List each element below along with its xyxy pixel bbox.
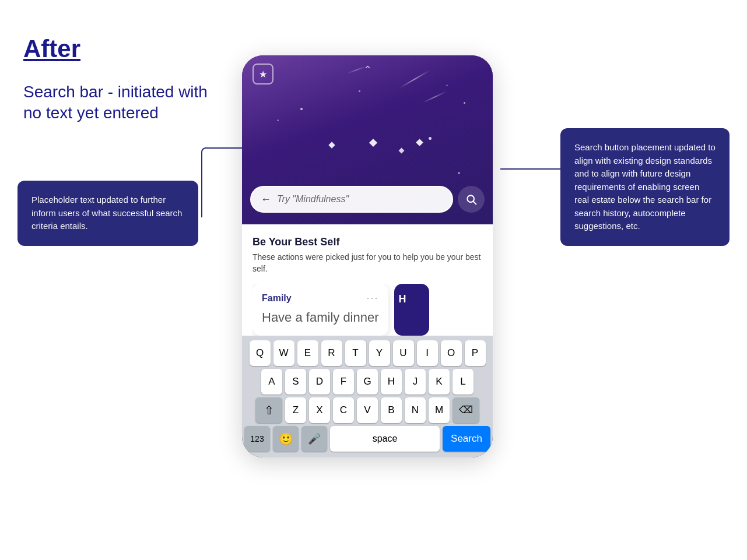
phone-top-area: ⌃ ★ ← Try "M [242, 55, 493, 224]
star-decoration [429, 137, 432, 140]
key-k[interactable]: K [429, 369, 450, 395]
card-options-icon[interactable]: ··· [367, 292, 379, 304]
shooting-star-decoration [423, 91, 447, 103]
key-shift[interactable]: ⇧ [255, 397, 282, 423]
page-subtitle: Search bar - initiated with no text yet … [23, 82, 216, 124]
section-title: Be Your Best Self [252, 236, 482, 248]
key-q[interactable]: Q [250, 340, 271, 366]
card-header-row: Family ··· [262, 293, 379, 304]
key-t[interactable]: T [345, 340, 366, 366]
key-o[interactable]: O [441, 340, 462, 366]
key-h[interactable]: H [381, 369, 402, 395]
star-decoration [464, 102, 465, 104]
bookmark-icon[interactable]: ★ [252, 64, 273, 84]
key-mic[interactable]: 🎤 [301, 426, 327, 452]
key-x[interactable]: X [309, 397, 330, 423]
keyboard-bottom-row: 123 🙂 🎤 space Search [244, 426, 490, 452]
key-d[interactable]: D [309, 369, 330, 395]
dot-decoration [446, 84, 448, 86]
star-decoration [359, 90, 360, 92]
dot-decoration [458, 172, 460, 174]
phone-frame: ⌃ ★ ← Try "M [242, 55, 493, 457]
key-r[interactable]: R [321, 340, 342, 366]
callout-left-box: Placeholder text updated to further info… [17, 181, 198, 246]
key-l[interactable]: L [453, 369, 474, 395]
key-emoji[interactable]: 🙂 [273, 426, 299, 452]
keyboard-area[interactable]: Q W E R T Y U I O P A S D F G H J K L ⇧ … [242, 336, 493, 457]
key-w[interactable]: W [273, 340, 294, 366]
key-f[interactable]: F [333, 369, 354, 395]
card-partial: H [394, 284, 429, 336]
search-placeholder-text: Try "Mindfulness" [277, 194, 349, 205]
search-input-container[interactable]: ← Try "Mindfulness" [250, 186, 453, 213]
key-g[interactable]: G [357, 369, 378, 395]
key-z[interactable]: Z [285, 397, 306, 423]
search-button[interactable]: Search [443, 426, 490, 452]
card-body-text: Have a family dinner [262, 309, 379, 326]
keyboard-row-1: Q W E R T Y U I O P [244, 340, 490, 366]
shooting-star-decoration [399, 70, 430, 88]
key-c[interactable]: C [333, 397, 354, 423]
key-i[interactable]: I [417, 340, 438, 366]
search-bar[interactable]: ← Try "Mindfulness" [250, 186, 485, 213]
sparkle-icon [416, 139, 423, 146]
key-space[interactable]: space [330, 426, 440, 452]
key-e[interactable]: E [297, 340, 318, 366]
key-v[interactable]: V [357, 397, 378, 423]
connector-right-line [500, 152, 562, 186]
card-category-label: Family [262, 293, 292, 303]
callout-right-box: Search button placement updated to align… [560, 128, 730, 246]
key-b[interactable]: B [381, 397, 402, 423]
callout-right-text: Search button placement updated to align… [574, 142, 716, 231]
svg-line-2 [474, 202, 476, 205]
callout-left-text: Placeholder text updated to further info… [31, 195, 182, 231]
card-partial-letter: H [399, 293, 425, 305]
search-submit-button[interactable] [458, 186, 485, 213]
dot-decoration [277, 119, 279, 121]
key-numeric[interactable]: 123 [244, 426, 270, 452]
back-arrow-icon[interactable]: ← [261, 193, 271, 206]
section-subtitle: These actions were picked just for you t… [252, 252, 482, 274]
key-j[interactable]: J [405, 369, 426, 395]
sparkle-icon [328, 142, 335, 148]
chevron-up-icon[interactable]: ⌃ [363, 64, 372, 76]
key-y[interactable]: Y [369, 340, 390, 366]
key-a[interactable]: A [261, 369, 282, 395]
key-n[interactable]: N [405, 397, 426, 423]
key-m[interactable]: M [429, 397, 450, 423]
key-p[interactable]: P [465, 340, 486, 366]
key-u[interactable]: U [393, 340, 414, 366]
key-backspace[interactable]: ⌫ [453, 397, 479, 423]
keyboard-row-3: ⇧ Z X C V B N M ⌫ [244, 397, 490, 423]
cards-row: Family ··· Have a family dinner H [252, 284, 482, 336]
search-icon [465, 193, 477, 205]
phone-content-area: Be Your Best Self These actions were pic… [242, 224, 493, 336]
star-decoration [300, 108, 303, 110]
keyboard-row-2: A S D F G H J K L [244, 369, 490, 395]
page-title-section: After [23, 35, 80, 63]
card-family[interactable]: Family ··· Have a family dinner [252, 284, 388, 336]
page-title: After [23, 35, 80, 63]
sparkle-icon [369, 139, 377, 147]
sparkle-icon [399, 148, 405, 154]
key-s[interactable]: S [285, 369, 306, 395]
